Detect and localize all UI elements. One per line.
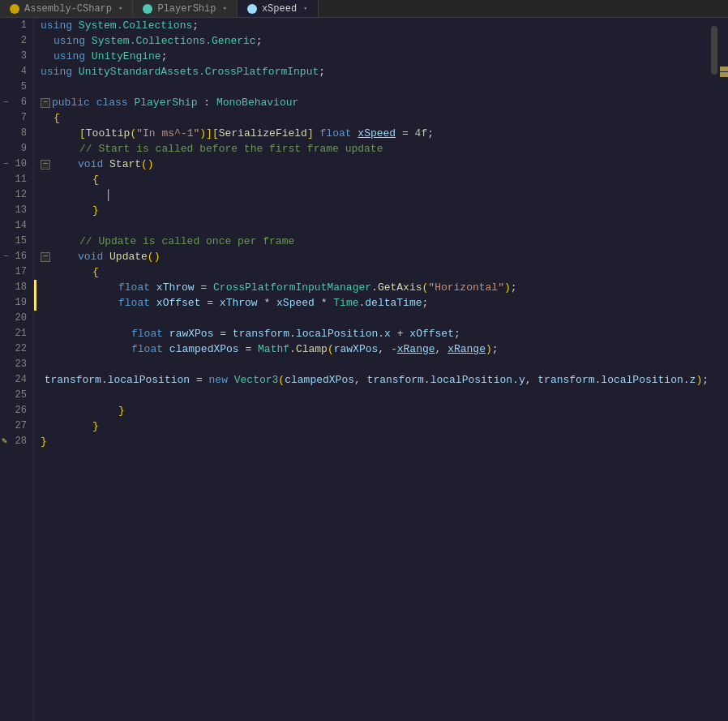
line-26: 26 [0, 403, 33, 418]
code-line-11: { [41, 172, 709, 187]
minimap [720, 18, 728, 721]
line-3: 3 [0, 49, 33, 64]
line-17: 17 [0, 264, 33, 280]
code-line-27: } [41, 418, 709, 434]
code-line-5 [41, 79, 709, 95]
line-7: 7 [0, 110, 33, 126]
tab-assembly[interactable]: Assembly-CSharp ▾ [0, 0, 133, 17]
line-13: 13 [0, 203, 33, 218]
tab-playership-chevron: ▾ [222, 4, 226, 13]
line-number-gutter: 1 2 3 4 5 6 7 8 9 10 11 12 13 14 15 16 1… [0, 18, 34, 721]
code-line-8: [Tooltip("In ms^-1")][SerializeField] fl… [41, 126, 709, 141]
tab-xspeed-chevron: ▾ [303, 4, 307, 13]
code-line-14 [41, 218, 709, 234]
line-20: 20 [0, 311, 33, 326]
code-line-3: using UnityEngine; [41, 49, 709, 64]
code-line-28: } [41, 434, 709, 449]
code-line-26: } [41, 403, 709, 418]
code-line-6: −public class PlayerShip : MonoBehaviour [41, 95, 709, 110]
tab-playership[interactable]: PlayerShip ▾ [133, 0, 237, 17]
line-2: 2 [0, 33, 33, 49]
app-window: Assembly-CSharp ▾ PlayerShip ▾ xSpeed ▾ … [0, 0, 728, 721]
fold-btn-16[interactable]: − [41, 252, 50, 262]
editor: 1 2 3 4 5 6 7 8 9 10 11 12 13 14 15 16 1… [0, 18, 728, 721]
line-6: 6 [0, 95, 33, 110]
code-line-9: // Start is called before the first fram… [41, 141, 709, 157]
fold-btn-6[interactable]: − [41, 98, 50, 108]
code-line-21: float rawXPos = transform.localPosition.… [41, 326, 709, 341]
line-24: 24 [0, 372, 33, 388]
line-27: 27 [0, 418, 33, 434]
code-line-12: │ [41, 187, 709, 203]
code-line-19: float xOffset = xThrow * xSpeed * Time.d… [41, 295, 709, 311]
line-18: 18 [0, 280, 33, 295]
code-line-2: using System.Collections.Generic; [41, 33, 709, 49]
tab-assembly-chevron: ▾ [118, 4, 122, 13]
tab-assembly-label: Assembly-CSharp [24, 3, 112, 15]
code-line-20 [41, 311, 709, 326]
line-5: 5 [0, 79, 33, 95]
line-19: 19 [0, 295, 33, 311]
scrollbar-thumb[interactable] [711, 26, 717, 75]
tab-playership-label: PlayerShip [157, 3, 216, 15]
line-22: 22 [0, 341, 33, 357]
line-4: 4 [0, 64, 33, 79]
line-9: 9 [0, 141, 33, 157]
line-11: 11 [0, 172, 33, 187]
line-14: 14 [0, 218, 33, 234]
code-line-18: float xThrow = CrossPlatformInputManager… [41, 280, 709, 295]
code-line-24: transform.localPosition = new Vector3(cl… [41, 372, 709, 388]
tab-xspeed[interactable]: xSpeed ▾ [238, 0, 319, 17]
line-1: 1 [0, 18, 33, 33]
line-21: 21 [0, 326, 33, 341]
assembly-icon [10, 4, 19, 14]
xspeed-icon [247, 4, 257, 14]
line-12: 12 [0, 187, 33, 203]
line-28: ✎28 [0, 434, 33, 449]
line-25: 25 [0, 388, 33, 403]
line-23: 23 [0, 357, 33, 372]
code-line-22: float clampedXPos = Mathf.Clamp(rawXPos,… [41, 341, 709, 357]
player-icon [143, 4, 152, 14]
tab-xspeed-label: xSpeed [262, 3, 297, 15]
code-line-17: { [41, 264, 709, 280]
code-content[interactable]: using System.Collections; using System.C… [34, 18, 709, 721]
code-line-13: } [41, 203, 709, 218]
code-line-16: −void Update() [41, 249, 709, 264]
code-line-4: using UnityStandardAssets.CrossPlatformI… [41, 64, 709, 79]
code-line-15: // Update is called once per frame [41, 234, 709, 249]
line-8: 8 [0, 126, 33, 141]
line-10: 10 [0, 157, 33, 172]
line-16: 16 [0, 249, 33, 264]
code-line-25 [41, 388, 709, 403]
code-line-23 [41, 357, 709, 372]
code-line-10: −void Start() [41, 157, 709, 172]
scrollbar-track[interactable] [709, 18, 720, 721]
line-15: 15 [0, 234, 33, 249]
tab-bar: Assembly-CSharp ▾ PlayerShip ▾ xSpeed ▾ [0, 0, 728, 18]
code-line-1: using System.Collections; [41, 18, 709, 33]
fold-btn-10[interactable]: − [41, 160, 50, 170]
code-line-7: { [41, 110, 709, 126]
